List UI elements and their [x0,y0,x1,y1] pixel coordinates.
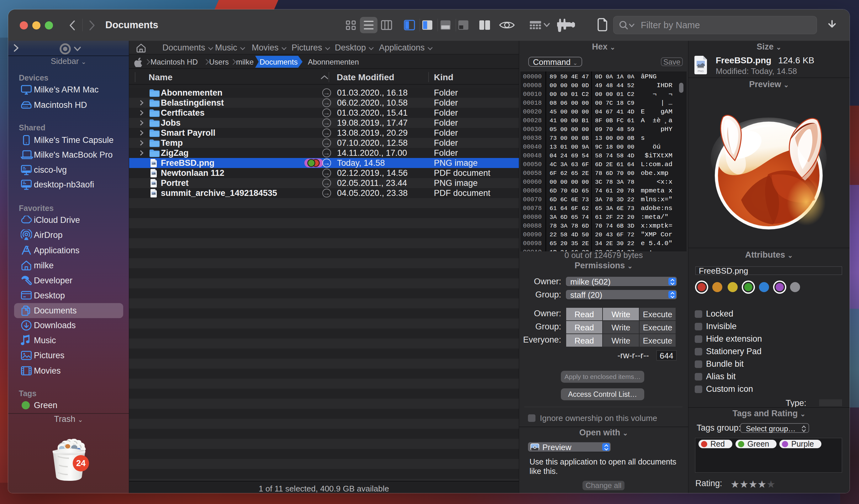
svg-text:PNG: PNG [697,70,704,73]
